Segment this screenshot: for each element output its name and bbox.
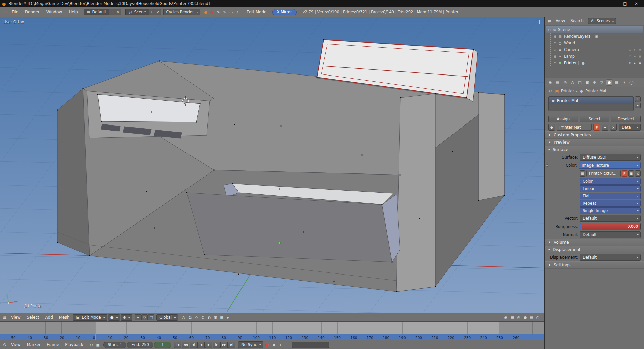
snap-target-icon[interactable]: ⊙ <box>200 315 206 320</box>
image-source-dropdown[interactable]: Single Image <box>580 207 641 214</box>
manipulator-scale-icon[interactable]: □ <box>148 314 154 320</box>
playback-button[interactable]: |▶ <box>213 342 220 348</box>
new-material-button[interactable]: + <box>602 124 608 131</box>
list-resize-grip[interactable] <box>545 111 644 115</box>
disclosure-icon[interactable]: ⊕ <box>553 48 557 52</box>
breadcrumb-material[interactable]: Printer Mat <box>585 89 606 93</box>
material-slot-item[interactable]: ● Printer Mat <box>549 97 633 104</box>
scene-dropdown[interactable]: ◎ Scene <box>125 9 149 15</box>
outliner-item-label[interactable]: Camera <box>564 47 579 52</box>
section-settings[interactable]: Settings <box>545 261 644 269</box>
add-scene-button[interactable]: + <box>149 9 155 15</box>
selectable-icon[interactable]: ▸ <box>633 61 637 65</box>
printer-model[interactable] <box>57 40 504 292</box>
pack-image-button[interactable]: ▣ <box>628 170 634 177</box>
menu-mesh[interactable]: Mesh <box>56 313 72 321</box>
unlink-image-button[interactable]: × <box>635 170 641 177</box>
editor-type-icon[interactable]: ⊙ <box>2 9 8 15</box>
viewport-shading-extra-icon[interactable]: ◎ <box>516 315 522 320</box>
image-name-field[interactable]: Printer-Textur... <box>586 170 621 177</box>
playback-button[interactable]: ▶ <box>205 342 212 348</box>
av-sync-dropdown[interactable]: No Sync <box>238 341 263 348</box>
color-space-dropdown[interactable]: Color <box>580 178 641 185</box>
outliner-item-scene[interactable]: ⊖ ◎ Scene <box>546 26 643 33</box>
tab-particles[interactable]: ∗ <box>621 79 627 86</box>
browse-material-button[interactable]: ● <box>548 124 555 131</box>
breadcrumb-object[interactable]: Printer <box>561 89 574 93</box>
renderable-icon[interactable]: ◉ <box>638 61 642 65</box>
close-button[interactable]: × <box>631 0 642 7</box>
link-mode-dropdown[interactable]: Data <box>619 124 641 131</box>
remove-scene-button[interactable]: × <box>155 9 161 15</box>
section-preview[interactable]: Preview <box>545 139 644 146</box>
menu-view[interactable]: View <box>8 313 23 321</box>
section-surface[interactable]: Surface <box>545 146 644 153</box>
selectable-icon[interactable]: ▸ <box>633 55 637 58</box>
normals-display-icon[interactable]: ▦ <box>219 315 225 320</box>
tab-material[interactable]: ● <box>606 79 612 86</box>
render-preview-icon[interactable]: ◐ <box>206 315 212 320</box>
outliner-item-renderlayers[interactable]: ⊕ ▤ RenderLayers ▣ <box>551 33 643 40</box>
end-frame-field[interactable]: End: 250 <box>127 342 153 348</box>
outliner-item-label[interactable]: RenderLayers <box>564 34 590 39</box>
tab-render-layers[interactable]: ▤ <box>554 79 561 86</box>
add-layout-button[interactable]: + <box>109 9 115 15</box>
pin-icon[interactable]: ⊙ <box>548 88 553 94</box>
viewport-shading-dropdown[interactable]: ● <box>108 314 120 321</box>
menu-view[interactable]: View <box>553 16 567 26</box>
outliner-item-label[interactable]: Lamp <box>564 54 575 59</box>
surface-shader-dropdown[interactable]: Diffuse BSDF <box>580 154 641 161</box>
displacement-input-dropdown[interactable]: Default <box>580 254 641 261</box>
outliner-item-printer[interactable]: ⊕ ▼ Printer ● ⊙ ▸ ◉ <box>551 60 643 66</box>
menu-select[interactable]: Select <box>24 313 42 321</box>
add-slot-button[interactable]: + <box>635 96 641 102</box>
auto-keyframe-record-icon[interactable]: ● <box>264 342 270 348</box>
section-custom-properties[interactable]: Custom Properties <box>545 131 644 139</box>
current-frame-field[interactable]: 1 <box>154 342 171 348</box>
disclosure-icon[interactable]: ⊕ <box>553 35 557 38</box>
active-keying-set-field[interactable] <box>292 342 329 348</box>
menu-file[interactable]: File <box>9 8 21 17</box>
proportional-edit-icon[interactable]: ◎ <box>181 315 186 320</box>
menu-render[interactable]: Render <box>22 8 43 17</box>
hide-icon[interactable]: ⊙ <box>628 48 632 51</box>
start-frame-field[interactable]: Start: 1 <box>103 342 126 348</box>
renderable-icon[interactable]: ▣ <box>594 35 599 38</box>
tab-physics[interactable]: ◯ <box>628 79 635 86</box>
maximize-button[interactable]: □ <box>619 0 631 7</box>
select-button[interactable]: Select <box>580 116 609 122</box>
menu-window[interactable]: Window <box>43 8 65 17</box>
mode-dropdown[interactable]: ▣ Edit Mode <box>73 314 107 321</box>
ruler-icon[interactable]: ▭ <box>228 9 234 15</box>
outliner-display-dropdown[interactable]: All Scenes <box>588 18 616 24</box>
deselect-button[interactable]: Deselect <box>611 116 641 122</box>
minimize-button[interactable]: — <box>608 0 619 7</box>
menu-frame[interactable]: Frame <box>44 341 62 349</box>
selectable-icon[interactable]: ▸ <box>633 48 637 51</box>
disclosure-icon[interactable]: ⊕ <box>553 55 557 58</box>
use-preview-range-icon[interactable]: ⊙ <box>89 342 94 348</box>
camera-lock-icon[interactable]: ○ <box>535 315 541 320</box>
grid-toggle-icon[interactable]: ▤ <box>529 315 534 320</box>
playback-button[interactable]: ◀ <box>197 342 205 348</box>
screen-layout-dropdown[interactable]: ▤ Default <box>84 9 109 15</box>
playback-button[interactable]: ▶| <box>228 342 235 348</box>
tab-texture[interactable]: ▦ <box>613 79 620 86</box>
tab-world[interactable]: ○ <box>569 79 576 86</box>
region-expand-icon[interactable]: + <box>537 20 542 24</box>
hide-icon[interactable]: ⊙ <box>628 55 632 58</box>
projection-dropdown[interactable]: Flat <box>580 193 641 199</box>
transform-orientation-dropdown[interactable]: Global <box>156 314 178 321</box>
vector-input-dropdown[interactable]: Default <box>580 215 641 222</box>
tab-scene[interactable]: ◎ <box>562 79 568 86</box>
material-name-field[interactable]: Printer Mat <box>557 124 592 131</box>
header-expand-icon[interactable]: ▸ <box>225 315 231 320</box>
extension-dropdown[interactable]: Repeat <box>580 200 641 207</box>
manipulator-rotate-icon[interactable]: ↻ <box>141 314 148 320</box>
delete-keyframe-icon[interactable]: − <box>284 342 290 348</box>
outliner-item-camera[interactable]: ⊕ ◉ Camera ⊙ ▸ ◉ <box>551 46 643 53</box>
roughness-slider[interactable]: 0.000 <box>580 223 641 230</box>
grease-pencil-icon[interactable]: ✎ <box>216 9 221 15</box>
editor-type-icon[interactable]: ▦ <box>2 314 8 320</box>
disclosure-icon[interactable]: ⊕ <box>553 61 557 65</box>
